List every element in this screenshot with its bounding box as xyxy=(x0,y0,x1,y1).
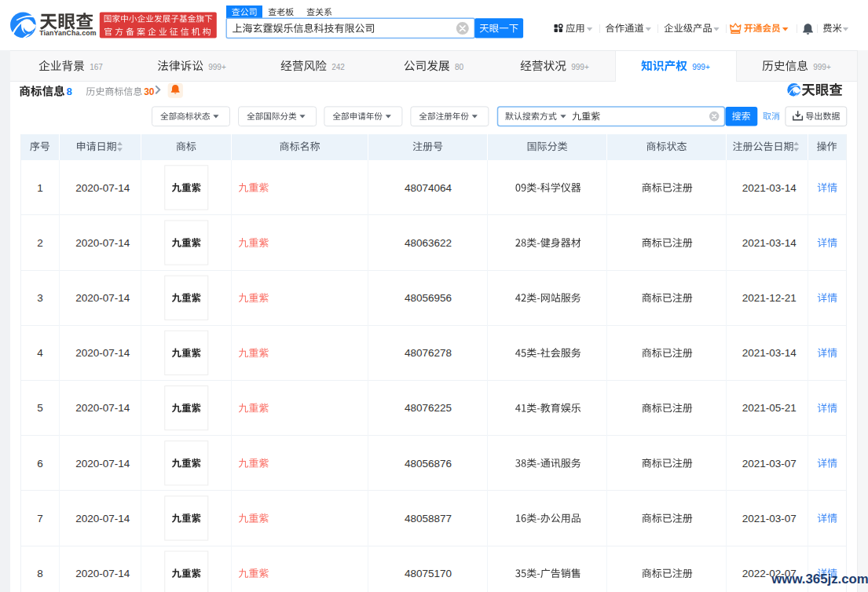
svg-text:167: 167 xyxy=(90,63,103,71)
svg-text:8: 8 xyxy=(67,86,72,97)
svg-text:999+: 999+ xyxy=(692,63,710,71)
svg-text:2021-12-21: 2021-12-21 xyxy=(742,292,797,304)
svg-text:2021-05-21: 2021-05-21 xyxy=(742,402,797,414)
svg-text:4: 4 xyxy=(37,347,43,359)
svg-text:48056956: 48056956 xyxy=(405,292,452,304)
svg-text:5: 5 xyxy=(37,402,43,414)
svg-text:2020-07-14: 2020-07-14 xyxy=(75,182,130,194)
svg-text:80: 80 xyxy=(455,63,464,71)
svg-text:2020-07-14: 2020-07-14 xyxy=(75,292,130,304)
svg-text:2020-07-14: 2020-07-14 xyxy=(75,568,130,579)
svg-text:242: 242 xyxy=(331,63,345,71)
svg-text:2020-07-14: 2020-07-14 xyxy=(75,347,130,359)
svg-text:48076278: 48076278 xyxy=(405,347,452,359)
svg-text:TianYanCha.com: TianYanCha.com xyxy=(39,29,96,37)
svg-text:48076225: 48076225 xyxy=(405,402,452,414)
svg-text:www.365jz.com: www.365jz.com xyxy=(771,572,868,587)
svg-text:2020-07-14: 2020-07-14 xyxy=(75,513,130,524)
svg-text:2021-03-14: 2021-03-14 xyxy=(742,182,797,194)
svg-text:2021-03-14: 2021-03-14 xyxy=(742,237,797,249)
svg-text:48058877: 48058877 xyxy=(405,513,452,524)
svg-text:2: 2 xyxy=(37,237,43,249)
svg-text:48063622: 48063622 xyxy=(405,237,452,249)
svg-text:999+: 999+ xyxy=(208,63,226,71)
svg-text:999+: 999+ xyxy=(813,63,831,71)
svg-text:999+: 999+ xyxy=(571,63,589,71)
svg-text:6: 6 xyxy=(37,458,43,470)
svg-text:2020-07-14: 2020-07-14 xyxy=(75,402,130,414)
svg-text:30: 30 xyxy=(144,86,155,97)
svg-text:7: 7 xyxy=(37,513,43,524)
svg-text:48075170: 48075170 xyxy=(405,568,452,579)
svg-text:48074064: 48074064 xyxy=(405,182,452,194)
svg-text:48056876: 48056876 xyxy=(405,458,452,470)
svg-text:2020-07-14: 2020-07-14 xyxy=(75,237,130,249)
svg-text:2021-03-07: 2021-03-07 xyxy=(742,458,797,470)
svg-text:2020-07-14: 2020-07-14 xyxy=(75,458,130,470)
svg-text:1: 1 xyxy=(37,182,43,194)
svg-text:3: 3 xyxy=(37,292,43,304)
svg-text:2021-03-14: 2021-03-14 xyxy=(742,347,797,359)
svg-text:2021-03-07: 2021-03-07 xyxy=(742,513,797,524)
svg-text:8: 8 xyxy=(37,568,43,579)
